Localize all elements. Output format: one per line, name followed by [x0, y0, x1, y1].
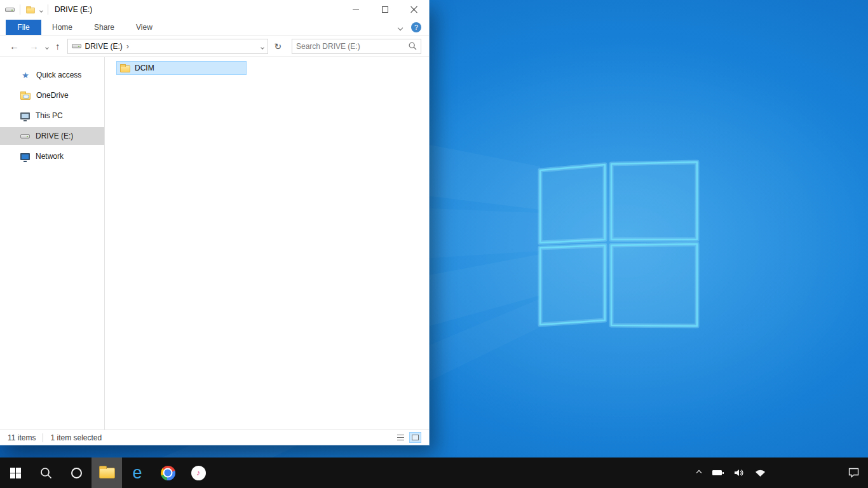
window-body: ★ Quick access OneDrive This PC DRIVE (E… [0, 57, 429, 430]
start-button[interactable] [0, 458, 31, 488]
onedrive-icon [20, 93, 31, 100]
itunes-button[interactable]: ♪ [183, 458, 214, 488]
qat-customize-button[interactable] [40, 5, 43, 14]
action-center-button[interactable] [843, 458, 868, 488]
drive-icon [72, 44, 81, 48]
address-bar[interactable]: DRIVE (E:) › [67, 39, 268, 54]
wifi-icon [755, 468, 766, 477]
minimize-button[interactable] [341, 0, 370, 19]
details-view-button[interactable] [395, 432, 407, 443]
tab-file[interactable]: File [6, 20, 41, 35]
navigation-bar: ← → ↑ DRIVE (E:) › ↻ [0, 36, 429, 57]
window-title: DRIVE (E:) [55, 5, 92, 14]
close-button[interactable] [400, 0, 429, 19]
details-view-icon [397, 435, 404, 440]
status-bar: 11 items 1 item selected [0, 430, 429, 445]
file-explorer-window: DRIVE (E:) File Home Share View ? ← → ↑ … [0, 0, 429, 445]
taskbar: e ♪ [0, 458, 868, 488]
chrome-icon [161, 466, 175, 480]
windows-start-icon [10, 468, 21, 478]
speaker-icon [733, 468, 743, 478]
view-toggles [395, 432, 421, 443]
sidebar-item-label: Quick access [36, 71, 81, 79]
maximize-icon [382, 6, 388, 13]
network-icon [20, 153, 30, 160]
action-center-icon [848, 468, 859, 478]
tab-view[interactable]: View [125, 20, 163, 35]
large-icons-view-icon [412, 435, 419, 440]
search-box [292, 39, 421, 54]
taskbar-file-explorer-button[interactable] [92, 458, 122, 488]
breadcrumb-chevron-icon[interactable]: › [126, 41, 129, 51]
sidebar-item-label: This PC [36, 111, 63, 120]
chrome-button[interactable] [153, 458, 183, 488]
forward-button[interactable]: → [26, 40, 42, 52]
drive-icon [20, 134, 30, 139]
sidebar-item-network[interactable]: Network [0, 147, 104, 165]
sidebar-item-this-pc[interactable]: This PC [0, 107, 104, 125]
internet-explorer-icon: e [132, 464, 142, 482]
cortana-icon [71, 468, 82, 478]
window-controls [341, 0, 429, 19]
sidebar-item-onedrive[interactable]: OneDrive [0, 86, 104, 104]
sidebar-item-label: OneDrive [36, 91, 69, 100]
item-count: 11 items [8, 433, 36, 442]
large-icons-view-button[interactable] [409, 432, 421, 443]
cortana-button[interactable] [61, 458, 92, 488]
system-menu-drive-icon[interactable] [5, 8, 15, 12]
file-list: DCIM [105, 57, 429, 430]
taskbar-search-button[interactable] [31, 458, 61, 488]
folder-icon [120, 65, 130, 72]
breadcrumb[interactable]: DRIVE (E:) [85, 42, 123, 51]
chevron-down-icon [261, 46, 264, 50]
sidebar-item-drive-e[interactable]: DRIVE (E:) [0, 127, 104, 145]
show-hidden-icons-button[interactable] [691, 458, 707, 488]
chevron-down-icon [45, 46, 49, 50]
minimize-icon [353, 10, 359, 10]
file-item-dcim[interactable]: DCIM [116, 61, 247, 75]
selection-count: 1 item selected [50, 433, 102, 442]
status-divider [43, 433, 43, 442]
address-dropdown-button[interactable] [261, 42, 264, 51]
chevron-down-icon [39, 9, 43, 13]
titlebar-separator [20, 4, 20, 15]
recent-locations-button[interactable] [46, 42, 48, 51]
tab-home[interactable]: Home [41, 20, 83, 35]
search-input[interactable] [296, 42, 409, 51]
tab-share[interactable]: Share [83, 20, 125, 35]
ribbon-right-controls: ? [398, 22, 429, 32]
search-icon [40, 467, 52, 479]
ribbon-tab-strip: File Home Share View ? [0, 19, 429, 36]
sidebar-item-label: Network [36, 152, 64, 161]
chevron-down-icon [398, 25, 403, 30]
battery-status[interactable] [707, 458, 728, 488]
up-button[interactable]: ↑ [52, 40, 64, 52]
system-tray [691, 458, 868, 488]
itunes-icon: ♪ [191, 466, 206, 480]
close-icon [410, 6, 418, 13]
internet-explorer-button[interactable]: e [122, 458, 153, 488]
titlebar: DRIVE (E:) [0, 0, 429, 19]
sidebar-item-label: DRIVE (E:) [36, 132, 73, 140]
help-button[interactable]: ? [411, 22, 421, 32]
expand-ribbon-button[interactable] [398, 23, 402, 32]
search-icon[interactable] [409, 42, 417, 50]
maximize-button[interactable] [370, 0, 400, 19]
network-status[interactable] [749, 458, 771, 488]
navigation-pane: ★ Quick access OneDrive This PC DRIVE (E… [0, 57, 105, 430]
file-name: DCIM [135, 64, 154, 72]
sidebar-item-quick-access[interactable]: ★ Quick access [0, 66, 104, 84]
quick-access-star-icon: ★ [20, 71, 31, 79]
quick-access-toolbar-folder-icon[interactable] [26, 8, 35, 13]
titlebar-separator [48, 4, 48, 15]
refresh-button[interactable]: ↻ [272, 41, 285, 51]
battery-icon [712, 470, 722, 475]
chevron-up-icon [696, 470, 702, 475]
volume-status[interactable] [728, 458, 749, 488]
this-pc-icon [20, 112, 30, 119]
file-explorer-icon [99, 468, 115, 478]
back-button[interactable]: ← [6, 40, 22, 52]
